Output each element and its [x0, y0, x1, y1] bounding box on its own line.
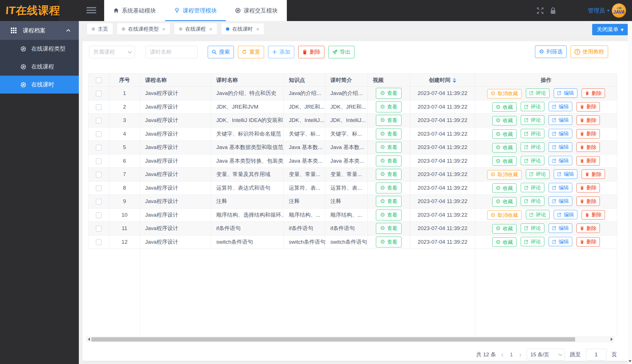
favorite-button[interactable]: 收藏	[492, 129, 516, 139]
sidebar-item[interactable]: 在线课时	[0, 76, 79, 94]
module-tab-system-base[interactable]: 系统基础模块	[104, 0, 165, 21]
sidebar-item[interactable]: 在线课程	[0, 58, 79, 76]
edit-button[interactable]: 编辑	[549, 183, 572, 192]
edit-button[interactable]: 编辑	[549, 197, 572, 206]
comment-button[interactable]: 评论	[521, 115, 544, 125]
scroll-down-arrow[interactable]	[629, 360, 631, 362]
row-checkbox[interactable]	[96, 226, 102, 231]
sidebar-group-course-archive[interactable]: 课程档案	[0, 21, 79, 40]
row-checkbox[interactable]	[96, 185, 102, 191]
view-video-button[interactable]: 查看	[376, 237, 402, 247]
prev-page-button[interactable]	[501, 351, 504, 358]
favorite-button[interactable]: 取消收藏	[487, 89, 522, 98]
delete-button[interactable]: 删除	[298, 46, 324, 58]
edit-button[interactable]: 编辑	[549, 102, 572, 111]
edit-button[interactable]: 编辑	[554, 169, 577, 179]
favorite-button[interactable]: 取消收藏	[487, 170, 522, 179]
row-checkbox[interactable]	[96, 239, 102, 245]
delete-row-button[interactable]: 删除	[577, 224, 600, 233]
sidebar-toggle-button[interactable]	[87, 6, 97, 15]
delete-row-button[interactable]: 删除	[577, 183, 600, 193]
comment-button[interactable]: 评论	[521, 183, 544, 192]
row-checkbox[interactable]	[96, 104, 102, 110]
comment-button[interactable]: 评论	[521, 197, 544, 206]
edit-button[interactable]: 编辑	[554, 88, 577, 98]
view-video-button[interactable]: 查看	[376, 142, 402, 153]
delete-row-button[interactable]: 删除	[577, 142, 600, 152]
vertical-scrollbar[interactable]	[628, 21, 632, 364]
page-size-select[interactable]: 15 条/页	[527, 349, 565, 361]
delete-row-button[interactable]: 删除	[582, 169, 605, 179]
edit-button[interactable]: 编辑	[549, 115, 572, 125]
view-tab[interactable]: 在线课程类型	[117, 23, 170, 35]
delete-row-button[interactable]: 删除	[582, 210, 605, 220]
delete-row-button[interactable]: 删除	[577, 129, 600, 138]
delete-row-button[interactable]: 删除	[577, 156, 600, 166]
export-button[interactable]: 导出	[328, 46, 355, 58]
course-select[interactable]: 所属课程	[89, 46, 135, 58]
edit-button[interactable]: 编辑	[549, 156, 572, 165]
scroll-left-arrow[interactable]	[87, 337, 91, 342]
row-checkbox[interactable]	[96, 91, 102, 96]
row-checkbox[interactable]	[96, 131, 102, 137]
row-checkbox[interactable]	[96, 145, 102, 150]
column-filter-button[interactable]: 列筛选	[535, 46, 567, 58]
search-button[interactable]: 搜索	[208, 46, 234, 58]
favorite-button[interactable]: 收藏	[492, 116, 516, 125]
sort-desc-icon[interactable]	[453, 81, 456, 83]
module-tab-course-manage[interactable]: 课程管理模块	[165, 0, 226, 21]
view-video-button[interactable]: 查看	[376, 115, 402, 126]
jump-page-input[interactable]	[586, 349, 606, 361]
fullscreen-icon[interactable]	[536, 7, 544, 16]
favorite-button[interactable]: 收藏	[492, 183, 516, 193]
comment-button[interactable]: 评论	[521, 237, 544, 246]
user-menu[interactable]: 管理员	[588, 0, 610, 21]
edit-button[interactable]: 编辑	[549, 224, 572, 233]
favorite-button[interactable]: 收藏	[492, 197, 516, 206]
delete-row-button[interactable]: 删除	[582, 88, 605, 98]
comment-button[interactable]: 评论	[521, 224, 544, 233]
view-video-button[interactable]: 查看	[376, 183, 402, 193]
close-menu-button[interactable]: 关闭菜单	[592, 24, 628, 35]
view-video-button[interactable]: 查看	[376, 129, 402, 139]
tutorial-button[interactable]: 使用教程	[571, 46, 608, 58]
module-tab-course-interact[interactable]: 课程交互模块	[226, 0, 287, 21]
avatar[interactable]: 小郑 JAVA	[612, 3, 626, 18]
delete-row-button[interactable]: 删除	[577, 102, 600, 111]
comment-button[interactable]: 评论	[521, 102, 544, 111]
edit-button[interactable]: 编辑	[549, 142, 572, 152]
close-icon[interactable]	[256, 26, 259, 32]
horizontal-scrollbar[interactable]	[86, 336, 614, 342]
view-video-button[interactable]: 查看	[376, 210, 402, 220]
view-video-button[interactable]: 查看	[376, 156, 402, 166]
sort-asc-icon[interactable]	[453, 78, 456, 80]
edit-button[interactable]: 编辑	[554, 210, 577, 219]
edit-button[interactable]: 编辑	[549, 237, 572, 246]
next-page-button[interactable]	[519, 351, 522, 358]
page-1-button[interactable]: 1	[509, 351, 514, 358]
comment-button[interactable]: 评论	[521, 142, 544, 152]
favorite-button[interactable]: 收藏	[492, 237, 516, 247]
favorite-button[interactable]: 取消收藏	[487, 210, 522, 220]
comment-button[interactable]: 评论	[521, 129, 544, 138]
delete-row-button[interactable]: 删除	[577, 237, 600, 247]
view-video-button[interactable]: 查看	[376, 223, 402, 234]
row-checkbox[interactable]	[96, 158, 102, 164]
favorite-button[interactable]: 收藏	[492, 102, 516, 112]
lesson-name-input[interactable]	[146, 46, 197, 58]
close-icon[interactable]	[209, 26, 212, 32]
delete-row-button[interactable]: 删除	[577, 115, 600, 125]
view-video-button[interactable]: 查看	[376, 196, 402, 207]
comment-button[interactable]: 评论	[521, 156, 544, 165]
favorite-button[interactable]: 收藏	[492, 156, 516, 166]
view-tab[interactable]: 主页	[87, 23, 113, 35]
lock-icon[interactable]	[549, 7, 557, 16]
select-all-checkbox[interactable]	[96, 77, 102, 83]
sidebar-item[interactable]: 在线课程类型	[0, 40, 79, 58]
row-checkbox[interactable]	[96, 212, 102, 218]
row-checkbox[interactable]	[96, 118, 102, 123]
comment-button[interactable]: 评论	[526, 88, 549, 98]
scroll-right-arrow[interactable]	[609, 337, 614, 342]
sort-control[interactable]	[453, 78, 456, 83]
comment-button[interactable]: 评论	[526, 169, 549, 179]
